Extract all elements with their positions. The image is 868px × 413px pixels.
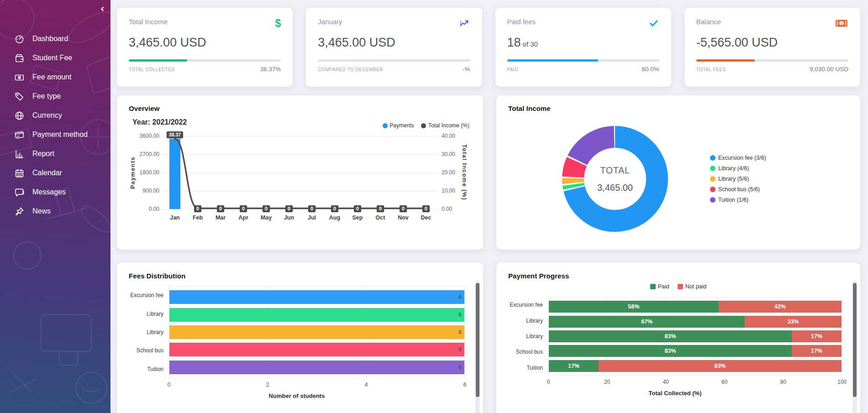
- sidebar-item-currency[interactable]: Currency: [0, 106, 110, 125]
- overview-plot-area: 38.3700000000000: [163, 136, 437, 209]
- stat-card-balance: Balance1-5,565.00 USDTOTAL FEES9,030.00 …: [684, 8, 860, 87]
- sidebar-item-report[interactable]: Report: [0, 144, 110, 163]
- sidebar-item-label: Messages: [32, 188, 66, 196]
- segment-label: 17%: [811, 348, 822, 354]
- legend-item-library-4-6-[interactable]: Library (4/6): [710, 165, 766, 172]
- segment-label: 17%: [811, 333, 822, 340]
- fees-x-axis-title: Number of students: [129, 392, 465, 399]
- segment-paid: 67%: [549, 316, 745, 328]
- overview-left-axis-ticks: 3600.002700.001800.00900.000.00: [137, 136, 163, 209]
- legend-item-school-bus-5-6-[interactable]: School bus (5/6): [710, 186, 766, 193]
- x-tick-aug: Aug: [323, 214, 346, 221]
- x-tick: 40: [663, 379, 669, 385]
- dashboard-icon: [14, 33, 25, 44]
- sidebar-item-calendar[interactable]: Calendar: [0, 163, 110, 183]
- segment-not-paid: 83%: [599, 360, 842, 372]
- total-income-line: [163, 136, 437, 209]
- bar-value-label: 6: [458, 364, 462, 371]
- legend-item-tuition-1-6-[interactable]: Tuition (1/6): [710, 197, 766, 203]
- fees-x-axis: 0246: [169, 382, 465, 388]
- x-tick: 80: [780, 379, 786, 385]
- wallet-icon: [14, 52, 25, 63]
- legend-label: Total Income (%): [428, 122, 469, 129]
- progress-bar-library-2: 83%17%: [549, 330, 842, 342]
- data-label-jan: 38.37: [167, 131, 183, 138]
- stat-card-progressbar: [318, 59, 470, 62]
- stat-card-label: January: [318, 18, 342, 26]
- x-tick-sep: Sep: [346, 214, 369, 221]
- payment-progress-chart: Excursion feeLibraryLibrarySchool busTui…: [508, 297, 848, 397]
- axis-tick: 20.00: [442, 169, 455, 176]
- charts-grid: Overview Year: 2021/2022 PaymentsTotal I…: [117, 95, 860, 413]
- legend-label: Not paid: [685, 283, 707, 290]
- category-label: School bus: [508, 349, 543, 355]
- sidebar-item-label: Student Fee: [32, 54, 72, 62]
- x-tick: 60: [721, 379, 727, 385]
- sidebar-item-dashboard[interactable]: Dashboard: [0, 29, 110, 48]
- overview-chart-title: Year: 2021/2022: [132, 118, 187, 126]
- data-label-apr: 0: [240, 205, 247, 212]
- legend-label: Tuition (1/6): [718, 197, 748, 203]
- progress-bar-school-bus-3: 83%17%: [549, 345, 842, 357]
- legend-item-total-income-[interactable]: Total Income (%): [421, 122, 469, 129]
- sidebar-item-messages[interactable]: Messages: [0, 183, 110, 202]
- category-label: Library: [508, 333, 543, 340]
- stat-card-label: Total Income: [129, 18, 168, 26]
- progress-bar-library-1: 67%33%: [549, 316, 842, 328]
- data-label-dec: 0: [422, 205, 430, 212]
- x-tick: 6: [463, 382, 467, 388]
- bar-value-label: 6: [458, 294, 462, 300]
- sidebar-item-student-fee[interactable]: Student Fee: [0, 48, 110, 68]
- sidebar-item-label: Fee type: [32, 92, 61, 100]
- axis-tick: 2700.00: [140, 151, 159, 157]
- fees-bar-library-2: 6: [169, 325, 464, 339]
- bar-value-label: 6: [458, 329, 462, 335]
- legend-item-not-paid[interactable]: Not paid: [678, 283, 707, 290]
- segment-paid: 17%: [549, 360, 599, 372]
- data-label-oct: 0: [377, 205, 384, 212]
- sidebar-item-label: Dashboard: [32, 35, 68, 43]
- legend-item-library-5-6-[interactable]: Library (5/6): [710, 176, 766, 182]
- x-tick: 0: [547, 379, 550, 385]
- stat-card-progressbar: [507, 59, 659, 62]
- stats-row: Total Income$3,465.00 USDTOTAL COLLECTED…: [117, 8, 860, 87]
- segment-label: 33%: [788, 319, 799, 325]
- stat-card-footer-value: 9,030.00 USD: [810, 66, 848, 73]
- sidebar-collapse-button[interactable]: ‹: [101, 4, 104, 14]
- overview-left-axis-title: Payments: [129, 136, 137, 209]
- sidebar-item-fee-amount[interactable]: Fee amount: [0, 68, 110, 87]
- banknote-icon: [14, 72, 25, 83]
- category-label: Library: [508, 318, 543, 324]
- legend-item-payments[interactable]: Payments: [383, 122, 414, 129]
- stat-card-progress-fill: [507, 59, 599, 62]
- bar-chart-icon: [14, 148, 25, 159]
- progress-x-axis: 020406080100: [548, 379, 842, 386]
- legend-item-excursion-fee-3-6-[interactable]: Excursion fee (3/6): [710, 155, 766, 161]
- payment-progress-card-title: Payment Progress: [508, 272, 848, 280]
- category-label: Library: [129, 311, 163, 317]
- axis-tick: 0.00: [442, 206, 452, 212]
- donut-center-text: TOTAL 3,465.00: [562, 126, 668, 232]
- calendar-icon: [14, 167, 25, 178]
- segment-label: 17%: [568, 363, 579, 369]
- stat-card-label: Balance: [696, 18, 721, 26]
- sidebar-item-fee-type[interactable]: Fee type: [0, 87, 110, 106]
- segment-label: 83%: [664, 333, 676, 340]
- overview-combo-chart: Payments3600.002700.001800.00900.000.003…: [129, 136, 471, 221]
- payment-card-scrollbar: [852, 280, 857, 413]
- stat-card-footer-label: PAID: [507, 67, 519, 72]
- stat-card-january: January3,465.00 USDCOMPARED TO DECEMBER-…: [306, 8, 482, 87]
- legend-label: School bus (5/6): [718, 186, 760, 193]
- segment-paid: 83%: [549, 330, 792, 342]
- segment-not-paid: 17%: [792, 345, 842, 357]
- x-tick-apr: Apr: [232, 214, 255, 221]
- legend-dot: [383, 123, 388, 128]
- category-label: Tuition: [508, 365, 543, 371]
- payment-card-scrollbar-thumb[interactable]: [853, 283, 857, 397]
- fees-card-scrollbar-thumb[interactable]: [476, 283, 479, 397]
- sidebar-item-payment-method[interactable]: Payment method: [0, 125, 110, 144]
- legend-item-paid[interactable]: Paid: [650, 283, 669, 290]
- overview-right-axis-title: Total Income (%): [460, 136, 468, 209]
- total-income-card-title: Total Income: [508, 105, 848, 112]
- sidebar-item-news[interactable]: News: [0, 202, 110, 221]
